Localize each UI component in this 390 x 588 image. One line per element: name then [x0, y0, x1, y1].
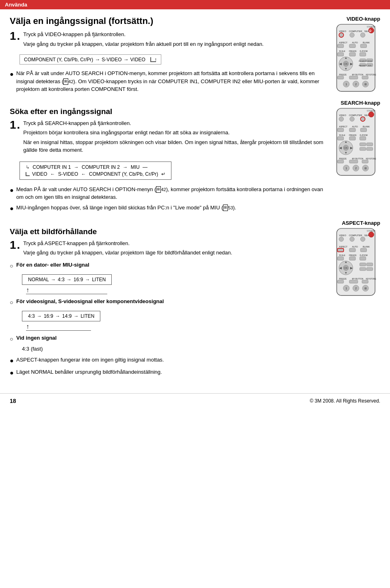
- circle1-underline: [26, 294, 107, 294]
- svg-text:KEYSTONE: KEYSTONE: [366, 74, 377, 76]
- circle1-uparrow: ↑: [26, 286, 323, 294]
- step1-number: 1 .: [10, 30, 23, 42]
- svg-rect-108: [349, 248, 355, 252]
- svg-text:SCALE: SCALE: [339, 50, 345, 52]
- svg-text:AUTO: AUTO: [352, 246, 358, 248]
- section1-main: Välja en ingångssignal (fortsättn.) 1 . …: [10, 16, 323, 96]
- svg-rect-78: [360, 142, 366, 146]
- svg-point-54: [339, 116, 343, 121]
- section1: Välja en ingångssignal (fortsättn.) 1 . …: [10, 16, 380, 96]
- svg-text:AUTO: AUTO: [352, 41, 358, 44]
- svg-text:FREEZE: FREEZE: [349, 50, 357, 52]
- svg-text:FREEZE: FREEZE: [339, 74, 347, 76]
- svg-rect-70: [360, 136, 366, 140]
- svg-text:STANDBY: STANDBY: [367, 26, 376, 28]
- svg-rect-124: [366, 263, 373, 266]
- svg-text:ASPECT: ASPECT: [339, 41, 348, 44]
- svg-text:1: 1: [345, 286, 347, 290]
- svg-text:FREEZE: FREEZE: [339, 157, 347, 159]
- svg-rect-79: [366, 142, 373, 146]
- video-knapp-label: VIDEO-knapp: [347, 16, 380, 22]
- page-content: Välja en ingångssignal (fortsättn.) 1 . …: [0, 9, 390, 387]
- svg-rect-125: [360, 267, 366, 271]
- svg-text:STANDBY: STANDBY: [367, 110, 376, 112]
- circle1-flow: NORMAL → 4:3 → 16:9 → LITEN: [22, 274, 112, 285]
- step2-line2: Projektorn börjar kontrollera sina ingån…: [23, 129, 323, 137]
- svg-text:2: 2: [355, 82, 357, 86]
- step2-content: Tryck på SEARCH-knappen på fjärrkontroll…: [23, 119, 323, 156]
- section3-main: Välja ett bildförhållande 1 . Tryck på A…: [10, 220, 323, 380]
- svg-text:OK: OK: [344, 267, 348, 269]
- circle3-value: 4:3 (fast): [22, 346, 323, 352]
- svg-rect-69: [349, 136, 355, 140]
- svg-text:D-ZOOM: D-ZOOM: [360, 254, 367, 256]
- svg-rect-130: [338, 280, 344, 283]
- search-remote-image: VIDEO COMPUTER SEARCH STANDBY ASPECT AUT…: [332, 108, 380, 177]
- svg-text:◀: ◀: [339, 146, 342, 150]
- svg-point-100: [350, 237, 354, 241]
- step3-content: Tryck på ASPECT-knappen på fjärrkontroll…: [23, 239, 323, 258]
- svg-rect-15: [360, 44, 366, 48]
- circle2-underline: [26, 330, 91, 331]
- svg-rect-109: [360, 248, 366, 252]
- svg-text:▶: ▶: [350, 266, 353, 270]
- section3-step1: 1 . Tryck på ASPECT-knappen på fjärrkont…: [10, 239, 323, 258]
- aspect-knapp-label: ASPECT-knapp: [342, 220, 380, 226]
- section2-bullet2: ● MIU-ingången hoppas över, så länge ing…: [10, 204, 323, 213]
- section3-circle3: ○ Vid ingen signal: [10, 334, 323, 343]
- page-footer: 18 © 3M 2008. All Rights Reserved.: [0, 393, 390, 408]
- step3-line1: Tryck på ASPECT-knappen på fjärrkontroll…: [23, 239, 323, 248]
- svg-text:◀: ◀: [339, 266, 342, 270]
- video-remote-image: VIDEO COMPUTER SEARCH ⏻ STANDBY ASPECT A…: [332, 24, 380, 93]
- svg-text:D-ZOOM: D-ZOOM: [360, 134, 367, 136]
- section1-side: VIDEO-knapp VIDEO COMPUTER SEARCH ⏻ STAN…: [327, 16, 380, 96]
- svg-text:2: 2: [355, 166, 357, 170]
- svg-text:COMPUTER: COMPUTER: [349, 234, 362, 236]
- section1-title: Välja en ingångssignal (fortsättn.): [10, 16, 323, 26]
- search-flow-diagram: ↳ COMPUTER IN 1 → COMPUTER IN 2 → MIU — …: [20, 162, 171, 180]
- section1-bullet1: ● När PÅ är valt under AUTO SEARCH i OPT…: [10, 69, 323, 93]
- search-knapp-label: SEARCH-knapp: [340, 100, 380, 106]
- svg-text:⊞: ⊞: [364, 167, 367, 170]
- svg-text:▼: ▼: [344, 271, 347, 275]
- svg-text:OK: OK: [344, 62, 348, 65]
- section2-title: Söka efter en ingångssignal: [10, 107, 323, 116]
- step2-line3: När en insignal hittas, stoppar projekto…: [23, 138, 323, 154]
- svg-point-5: [350, 33, 354, 37]
- svg-text:BLANK: BLANK: [363, 41, 370, 44]
- svg-rect-115: [360, 256, 366, 260]
- section2-bullet1: ● Medan PÅ är valt under AUTO SEARCH i O…: [10, 185, 323, 201]
- svg-text:1: 1: [345, 82, 347, 86]
- step3-line2: Varje gång du trycker på knappen, växlar…: [23, 249, 323, 257]
- svg-point-102: [368, 232, 374, 237]
- svg-rect-63: [349, 128, 355, 132]
- svg-rect-14: [349, 44, 355, 48]
- svg-rect-19: [338, 53, 344, 56]
- section3-bullet2: ● Läget NORMAL behåller ursprunglig bild…: [10, 368, 323, 378]
- section3-bullet1: ● ASPECT-knappen fungerar inte om ingen …: [10, 356, 323, 366]
- svg-text:VIDEO: VIDEO: [339, 234, 346, 236]
- svg-text:2: 2: [355, 286, 357, 290]
- svg-rect-40: [338, 76, 344, 79]
- svg-point-55: [350, 116, 354, 121]
- step2-number: 1 .: [10, 119, 23, 131]
- svg-rect-114: [349, 256, 355, 260]
- svg-text:FREEZE: FREEZE: [349, 254, 357, 256]
- svg-rect-123: [360, 263, 366, 266]
- svg-rect-131: [349, 280, 358, 283]
- step1-line1: Tryck på VIDEO-knappen på fjärrkontrolle…: [23, 30, 323, 39]
- svg-text:STANDBY: STANDBY: [367, 230, 376, 232]
- svg-text:ASPECT: ASPECT: [339, 246, 348, 248]
- svg-rect-41: [349, 76, 358, 79]
- svg-text:⏻: ⏻: [369, 29, 372, 32]
- svg-rect-20: [349, 53, 355, 56]
- svg-rect-86: [349, 160, 358, 163]
- header-bar: Använda: [0, 0, 390, 9]
- section3-title: Välja ett bildförhållande: [10, 227, 323, 236]
- svg-text:SRGB: SRGB: [367, 60, 372, 62]
- svg-text:MY BUTTON: MY BUTTON: [352, 278, 364, 280]
- section3-circle1: ○ För en dator- eller MIU-signal: [10, 261, 323, 270]
- svg-rect-42: [362, 76, 368, 79]
- svg-rect-21: [360, 53, 366, 56]
- section2: Söka efter en ingångssignal 1 . Tryck på…: [10, 100, 380, 216]
